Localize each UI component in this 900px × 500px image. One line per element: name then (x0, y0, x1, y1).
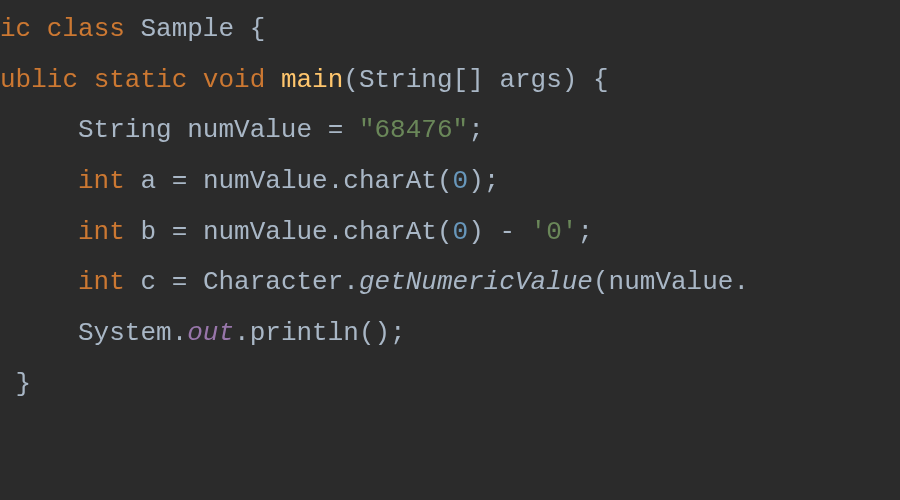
var-a: a (140, 166, 156, 196)
code-line[interactable]: int c = Character.getNumericValue(numVal… (0, 257, 900, 308)
method-charat: charAt (343, 166, 437, 196)
semicolon: ; (577, 217, 593, 247)
indent (0, 318, 78, 348)
code-line[interactable]: int a = numValue.charAt(0); (0, 156, 900, 207)
string-literal: "68476" (359, 115, 468, 145)
dot: . (328, 217, 344, 247)
paren-open: ( (343, 65, 359, 95)
dot: . (733, 267, 749, 297)
method-decl-main: main (281, 65, 343, 95)
brace-close: } (16, 369, 32, 399)
code-line[interactable]: String numValue = "68476"; (0, 105, 900, 156)
indent (0, 369, 16, 399)
paren-open: ( (593, 267, 609, 297)
operator-assign: = (172, 217, 188, 247)
paren-open: ( (359, 318, 375, 348)
type-string: String (78, 115, 172, 145)
code-line[interactable]: ublic static void main(String[] args) { (0, 55, 900, 106)
paren-close: ) (375, 318, 391, 348)
type-system: System (78, 318, 172, 348)
partial-keyword-public: ublic (0, 65, 78, 95)
param-args: args (499, 65, 561, 95)
var-c: c (140, 267, 156, 297)
field-out: out (187, 318, 234, 348)
brace-open: { (593, 65, 609, 95)
operator-assign: = (172, 166, 188, 196)
number-literal: 0 (453, 166, 469, 196)
semicolon: ; (390, 318, 406, 348)
indent (0, 267, 78, 297)
identifier-numvalue: numValue (203, 166, 328, 196)
type-character: Character (203, 267, 343, 297)
number-literal: 0 (453, 217, 469, 247)
char-literal: '0' (531, 217, 578, 247)
paren-close: ) (468, 166, 484, 196)
var-numvalue: numValue (187, 115, 312, 145)
method-println: println (250, 318, 359, 348)
brace-open: { (250, 14, 266, 44)
method-getnumericvalue: getNumericValue (359, 267, 593, 297)
identifier-numvalue: numValue (609, 267, 734, 297)
identifier-numvalue: numValue (203, 217, 328, 247)
partial-keyword-public: ic (0, 14, 31, 44)
dot: . (343, 267, 359, 297)
keyword-int: int (78, 166, 125, 196)
keyword-int: int (78, 267, 125, 297)
indent (0, 115, 78, 145)
dot: . (234, 318, 250, 348)
code-line[interactable]: } (0, 359, 900, 410)
keyword-static: static (94, 65, 188, 95)
paren-open: ( (437, 166, 453, 196)
keyword-int: int (78, 217, 125, 247)
code-line[interactable]: System.out.println(); (0, 308, 900, 359)
paren-open: ( (437, 217, 453, 247)
operator-assign: = (328, 115, 344, 145)
brackets: [] (453, 65, 484, 95)
operator-minus: - (499, 217, 515, 247)
paren-close: ) (562, 65, 578, 95)
keyword-void: void (203, 65, 265, 95)
keyword-class: class (47, 14, 125, 44)
dot: . (172, 318, 188, 348)
paren-close: ) (468, 217, 484, 247)
code-editor-viewport[interactable]: ic class Sample { ublic static void main… (0, 4, 900, 410)
var-b: b (140, 217, 156, 247)
code-line[interactable]: int b = numValue.charAt(0) - '0'; (0, 207, 900, 258)
semicolon: ; (468, 115, 484, 145)
indent (0, 217, 78, 247)
method-charat: charAt (343, 217, 437, 247)
dot: . (328, 166, 344, 196)
type-string: String (359, 65, 453, 95)
class-name: Sample (140, 14, 234, 44)
semicolon: ; (484, 166, 500, 196)
indent (0, 166, 78, 196)
operator-assign: = (172, 267, 188, 297)
code-line[interactable]: ic class Sample { (0, 4, 900, 55)
